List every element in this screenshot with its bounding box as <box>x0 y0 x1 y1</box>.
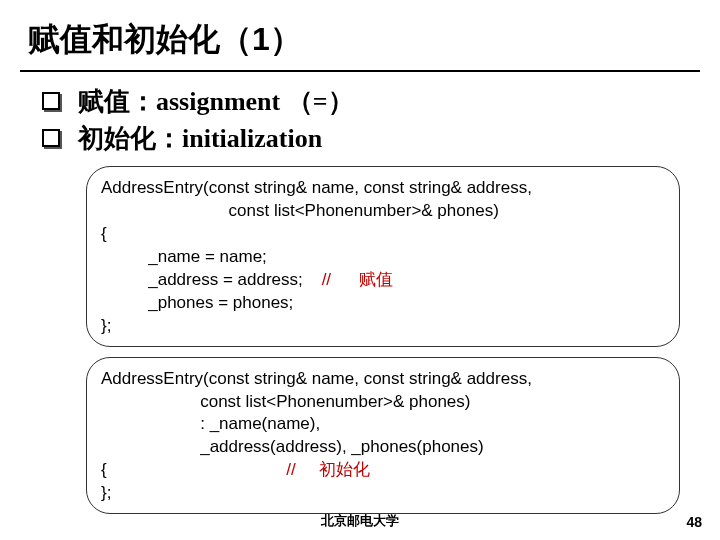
bullet-row: 赋值：assignment （=） <box>42 84 720 119</box>
footer-text: 北京邮电大学 <box>0 512 720 530</box>
bullet-text: 赋值：assignment （=） <box>78 84 354 119</box>
code-line: _address = address; // 赋值 <box>101 269 665 292</box>
code-line: const list<Phonenumber>& phones) <box>101 391 665 414</box>
page-number: 48 <box>686 514 702 530</box>
code-block-assignment: AddressEntry(const string& name, const s… <box>86 166 680 347</box>
code-line: : _name(name), <box>101 413 665 436</box>
code-line: }; <box>101 482 665 505</box>
annotation-assignment: // 赋值 <box>322 270 394 289</box>
code-line: _address(address), _phones(phones) <box>101 436 665 459</box>
bullet-text: 初始化：initialization <box>78 121 322 156</box>
slide-title: 赋值和初始化（1） <box>0 0 720 70</box>
annotation-initialization: // 初始化 <box>286 460 370 479</box>
bullet-list: 赋值：assignment （=） 初始化：initialization <box>0 72 720 156</box>
code-line: const list<Phonenumber>& phones) <box>101 200 665 223</box>
square-bullet-icon <box>42 129 60 147</box>
code-text: _address = address; <box>101 270 322 289</box>
bullet-row: 初始化：initialization <box>42 121 720 156</box>
code-line: { <box>101 223 665 246</box>
code-line: { // 初始化 <box>101 459 665 482</box>
code-line: _name = name; <box>101 246 665 269</box>
code-text: { <box>101 460 286 479</box>
code-line: _phones = phones; <box>101 292 665 315</box>
square-bullet-icon <box>42 92 60 110</box>
code-line: }; <box>101 315 665 338</box>
code-line: AddressEntry(const string& name, const s… <box>101 177 665 200</box>
code-block-initialization: AddressEntry(const string& name, const s… <box>86 357 680 515</box>
code-line: AddressEntry(const string& name, const s… <box>101 368 665 391</box>
